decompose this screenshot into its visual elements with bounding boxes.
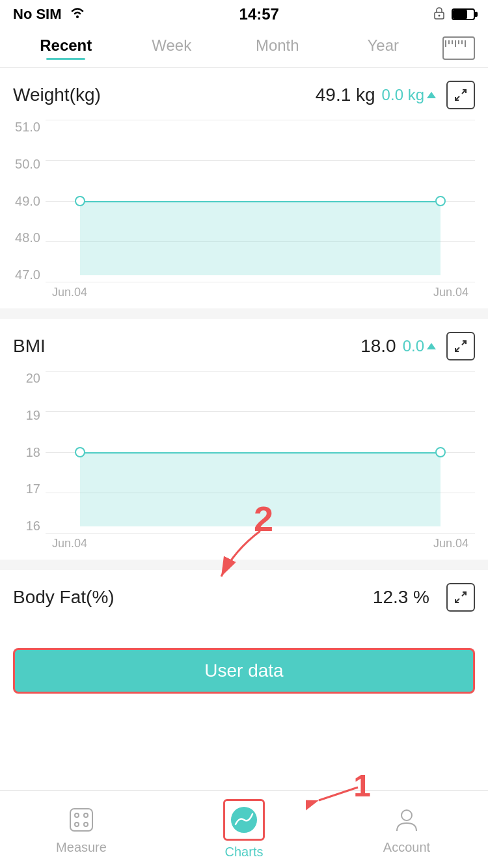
wifi-icon [68, 6, 87, 23]
time-display: 14:57 [239, 5, 279, 23]
measure-label: Measure [56, 840, 107, 855]
charts-icon [228, 804, 260, 836]
svg-point-0 [76, 16, 79, 18]
bmi-y4: 19 [26, 408, 40, 423]
body-fat-section-partial: Body Fat(%) 12.3 % [0, 570, 488, 642]
weight-x-right: Jun.04 [433, 286, 468, 299]
bmi-grid-1 [46, 371, 475, 372]
bmi-y1: 16 [26, 519, 40, 534]
bmi-fill [80, 452, 441, 527]
weight-arrow-up [427, 92, 436, 98]
bmi-arrow-up [427, 343, 436, 349]
weight-y1: 47.0 [15, 267, 40, 282]
weight-y-axis: 51.0 50.0 49.0 48.0 47.0 [13, 120, 46, 282]
bmi-y3: 18 [26, 445, 40, 460]
body-fat-title-partial: Body Fat(%) [13, 587, 373, 608]
bmi-chart-plot [46, 371, 475, 534]
weight-dot-right [435, 196, 446, 206]
section-divider-1 [0, 314, 488, 319]
weight-title: Weight(kg) [13, 85, 316, 105]
weight-y3: 49.0 [15, 194, 40, 209]
bmi-x-left: Jun.04 [52, 537, 87, 550]
section-divider-2 [0, 565, 488, 570]
body-fat-expand-button[interactable] [446, 583, 475, 612]
bmi-y2: 17 [26, 481, 40, 496]
status-left: No SIM [13, 6, 87, 23]
weight-x-axis: Jun.04 Jun.04 [46, 282, 475, 302]
bmi-chart-area: 20 19 18 17 16 Jun.04 Jun.04 [13, 371, 475, 553]
svg-point-14 [84, 822, 88, 826]
svg-point-13 [75, 822, 79, 826]
charts-tab-highlight [223, 799, 265, 841]
top-tabs: Recent Week Month Year [0, 29, 488, 68]
bmi-chart-header: BMI 18.0 0.0 [13, 332, 475, 360]
weight-chart-header: Weight(kg) 49.1 kg 0.0 kg [13, 81, 475, 109]
weight-chart-plot [46, 120, 475, 282]
nav-account[interactable]: Account [325, 797, 488, 861]
weight-expand-button[interactable] [446, 81, 475, 109]
bmi-x-axis: Jun.04 Jun.04 [46, 534, 475, 553]
bmi-value: 18.0 [360, 336, 396, 357]
bottom-navigation: Measure Charts Account [0, 790, 488, 868]
weight-x-left: Jun.04 [52, 286, 87, 299]
weight-fill [80, 201, 441, 276]
bmi-title: BMI [13, 336, 360, 357]
weight-change: 0.0 kg [382, 86, 436, 104]
lock-icon [432, 6, 446, 23]
tab-recent[interactable]: Recent [13, 36, 119, 60]
main-content: Weight(kg) 49.1 kg 0.0 kg 51.0 50.0 49.0 [0, 68, 488, 785]
weight-chart-section: Weight(kg) 49.1 kg 0.0 kg 51.0 50.0 49.0 [0, 68, 488, 314]
weight-dot-left [75, 196, 85, 206]
ruler-icon[interactable] [442, 36, 475, 60]
tab-year[interactable]: Year [331, 36, 437, 60]
bmi-expand-button[interactable] [446, 332, 475, 360]
weight-y5: 51.0 [15, 120, 40, 135]
bmi-change: 0.0 [403, 337, 436, 355]
body-fat-value-partial: 12.3 % [373, 587, 429, 608]
user-data-label: User data [204, 660, 283, 681]
svg-point-2 [438, 15, 440, 17]
bmi-x-right: Jun.04 [433, 537, 468, 550]
bmi-dot-left [75, 447, 85, 457]
bmi-y5: 20 [26, 371, 40, 386]
tab-month[interactable]: Month [224, 36, 331, 60]
weight-y4: 50.0 [15, 157, 40, 172]
nav-charts[interactable]: Charts [163, 793, 325, 866]
status-bar: No SIM 14:57 [0, 0, 488, 29]
tab-week[interactable]: Week [119, 36, 225, 60]
bmi-dot-right [435, 447, 446, 457]
bmi-y-axis: 20 19 18 17 16 [13, 371, 46, 534]
carrier-text: No SIM [13, 6, 62, 23]
svg-point-12 [84, 813, 88, 817]
account-label: Account [383, 840, 430, 855]
weight-value: 49.1 kg [316, 85, 375, 105]
bmi-grid-2 [46, 411, 475, 412]
account-icon [390, 804, 423, 836]
charts-label: Charts [225, 845, 264, 860]
weight-y2: 48.0 [15, 230, 40, 245]
svg-rect-10 [70, 809, 92, 831]
user-data-wrapper: User data [0, 642, 488, 700]
grid-line-2 [46, 160, 475, 161]
grid-line-1 [46, 120, 475, 120]
body-fat-header-partial: Body Fat(%) 12.3 % [13, 583, 475, 612]
battery-icon [452, 8, 475, 20]
measure-icon [65, 804, 98, 836]
svg-point-11 [75, 813, 79, 817]
nav-measure[interactable]: Measure [0, 797, 163, 861]
bmi-chart-section: BMI 18.0 0.0 20 19 18 17 16 [0, 319, 488, 565]
svg-point-16 [401, 810, 412, 821]
user-data-banner[interactable]: User data [13, 648, 475, 694]
status-right [432, 6, 475, 23]
weight-chart-area: 51.0 50.0 49.0 48.0 47.0 [13, 120, 475, 302]
